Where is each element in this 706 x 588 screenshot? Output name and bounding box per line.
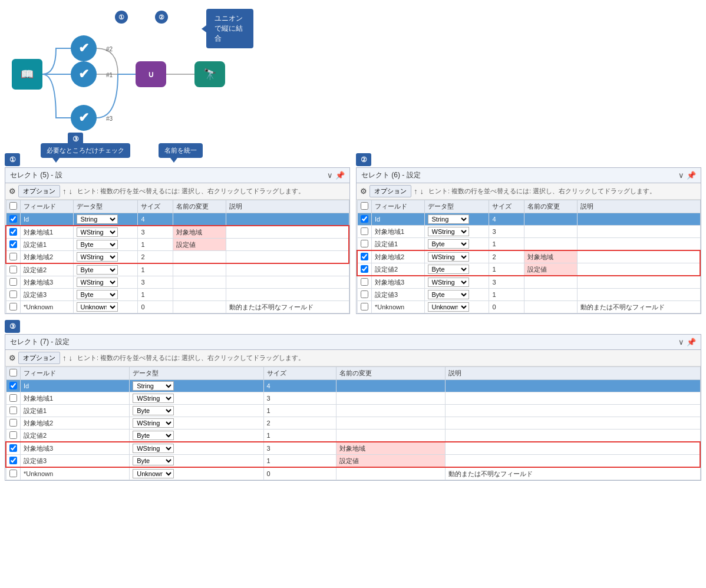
arrow-up-icon-1[interactable]: ↑ bbox=[62, 187, 67, 196]
row-cb[interactable] bbox=[9, 419, 17, 427]
options-button-2[interactable]: オプション bbox=[370, 185, 411, 197]
binoculars-node[interactable]: 🔭 bbox=[194, 61, 225, 87]
type-select[interactable]: WString bbox=[428, 252, 469, 262]
type-select[interactable]: WString bbox=[133, 418, 174, 428]
row-cb[interactable] bbox=[9, 290, 17, 298]
type-select[interactable]: String bbox=[428, 214, 469, 224]
row-rename bbox=[524, 213, 578, 226]
select-all-cb-2[interactable] bbox=[361, 202, 368, 210]
check-node-2[interactable]: ✔ bbox=[71, 61, 97, 87]
type-select[interactable]: Byte bbox=[428, 265, 469, 274]
check-icon-1: ✔ bbox=[78, 41, 89, 56]
type-select[interactable]: WString bbox=[77, 278, 118, 287]
row-cb[interactable] bbox=[9, 303, 17, 310]
row-type: WString bbox=[73, 226, 138, 239]
type-select[interactable]: Byte bbox=[133, 406, 174, 415]
arrow-down-icon-2[interactable]: ↓ bbox=[420, 187, 424, 196]
type-select[interactable]: WString bbox=[428, 227, 469, 236]
type-select[interactable]: Byte bbox=[428, 239, 469, 249]
panel3-toolbar: ⚙ オプション ↑ ↓ ヒント: 複数の行を並べ替えるには: 選択し、右クリック… bbox=[5, 350, 701, 366]
row-cb[interactable] bbox=[361, 227, 368, 235]
row-cb[interactable] bbox=[9, 394, 17, 402]
select-all-cb-3[interactable] bbox=[9, 369, 17, 376]
row-cb[interactable] bbox=[9, 228, 17, 236]
row-cb[interactable] bbox=[9, 266, 17, 273]
row-size: 4 bbox=[138, 213, 173, 226]
panel3-table-wrapper[interactable]: フィールド データ型 サイズ 名前の変更 説明 Id String 4 bbox=[5, 366, 701, 480]
row-cb[interactable] bbox=[9, 407, 17, 414]
pin-icon-3[interactable]: 📌 bbox=[687, 338, 696, 346]
select-all-cb-1[interactable] bbox=[9, 202, 17, 210]
type-select[interactable]: WString bbox=[133, 444, 174, 453]
minimize-icon-3[interactable]: ∨ bbox=[678, 338, 684, 346]
row-cb[interactable] bbox=[9, 278, 17, 286]
row-cb[interactable] bbox=[361, 290, 368, 298]
type-select[interactable]: WString bbox=[77, 227, 118, 237]
pin-icon-1[interactable]: 📌 bbox=[335, 171, 345, 180]
type-select[interactable]: WString bbox=[428, 278, 469, 287]
row-cb[interactable] bbox=[9, 253, 17, 260]
row-field: 対象地域2 bbox=[21, 251, 74, 264]
table-row: 設定値1 Byte 1 bbox=[6, 405, 700, 417]
col-rename-1: 名前の変更 bbox=[173, 200, 226, 213]
row-desc bbox=[577, 263, 700, 276]
panel1-title-bar: セレクト (5) - 設 ∨ 📌 bbox=[5, 168, 349, 183]
minimize-icon-1[interactable]: ∨ bbox=[327, 171, 333, 180]
type-select[interactable]: Byte bbox=[77, 265, 118, 275]
row-type: WString bbox=[130, 442, 263, 455]
arrow-up-icon-2[interactable]: ↑ bbox=[414, 187, 418, 196]
row-cb[interactable] bbox=[361, 240, 368, 247]
type-select[interactable]: String bbox=[77, 214, 118, 224]
row-cb[interactable] bbox=[361, 303, 368, 310]
type-select[interactable]: Byte bbox=[77, 240, 118, 249]
row-size: 1 bbox=[263, 405, 336, 417]
book-node[interactable]: 📖 bbox=[12, 59, 42, 90]
type-select[interactable]: Byte bbox=[77, 290, 118, 299]
type-select[interactable]: Unknown bbox=[428, 302, 469, 312]
type-select[interactable]: Byte bbox=[133, 456, 174, 465]
pin-icon-2[interactable]: 📌 bbox=[687, 171, 696, 180]
type-select[interactable]: String bbox=[133, 381, 174, 391]
panel2: セレクト (6) - 設定 ∨ 📌 ⚙ オプション ↑ ↓ ヒント: 複数の行を… bbox=[356, 167, 701, 314]
row-cb[interactable] bbox=[9, 382, 17, 389]
row-size: 1 bbox=[138, 289, 173, 301]
type-select[interactable]: Unknown bbox=[77, 302, 118, 312]
row-desc bbox=[226, 289, 349, 301]
row-cb[interactable] bbox=[9, 470, 17, 477]
panel2-table-wrapper[interactable]: フィールド データ型 サイズ 名前の変更 説明 Id String 4 bbox=[357, 200, 701, 313]
row-size: 4 bbox=[263, 380, 336, 392]
check-node-3[interactable]: ✔ bbox=[71, 105, 97, 131]
options-button-3[interactable]: オプション bbox=[18, 352, 60, 364]
type-select[interactable]: Unknown bbox=[133, 469, 174, 478]
type-select[interactable]: Byte bbox=[428, 290, 469, 299]
arrow-down-icon-3[interactable]: ↓ bbox=[69, 354, 73, 362]
row-size: 3 bbox=[263, 392, 336, 405]
minimize-icon-2[interactable]: ∨ bbox=[678, 171, 684, 180]
type-select[interactable]: Byte bbox=[133, 431, 174, 440]
options-button-1[interactable]: オプション bbox=[18, 185, 60, 197]
row-cb[interactable] bbox=[361, 253, 368, 260]
row-checkbox-cell bbox=[6, 213, 21, 226]
row-cb[interactable] bbox=[9, 431, 17, 439]
union-node[interactable]: ∪ bbox=[136, 61, 166, 87]
type-select[interactable]: WString bbox=[77, 252, 118, 262]
row-rename: 設定値 bbox=[524, 263, 578, 276]
row-cb[interactable] bbox=[9, 457, 17, 464]
row-checkbox-cell bbox=[6, 276, 21, 289]
row-type: Byte bbox=[424, 238, 489, 251]
table-row: Id String 4 bbox=[6, 380, 700, 392]
arrow-up-icon-3[interactable]: ↑ bbox=[62, 354, 67, 362]
row-cb[interactable] bbox=[9, 240, 17, 248]
panel1-section-header: ① bbox=[5, 153, 350, 166]
row-cb[interactable] bbox=[9, 444, 17, 452]
check-node-1[interactable]: ✔ bbox=[71, 35, 97, 61]
arrow-down-icon-1[interactable]: ↓ bbox=[69, 187, 73, 196]
row-cb[interactable] bbox=[361, 278, 368, 286]
row-cb[interactable] bbox=[361, 265, 368, 273]
type-select[interactable]: WString bbox=[133, 394, 174, 403]
panel1-table-wrapper[interactable]: フィールド データ型 サイズ 名前の変更 説明 Id String bbox=[5, 200, 349, 313]
row-type: Unknown bbox=[130, 467, 263, 480]
row-cb[interactable] bbox=[361, 215, 368, 223]
row-cb[interactable] bbox=[9, 215, 17, 223]
row-field: Id bbox=[21, 213, 74, 226]
